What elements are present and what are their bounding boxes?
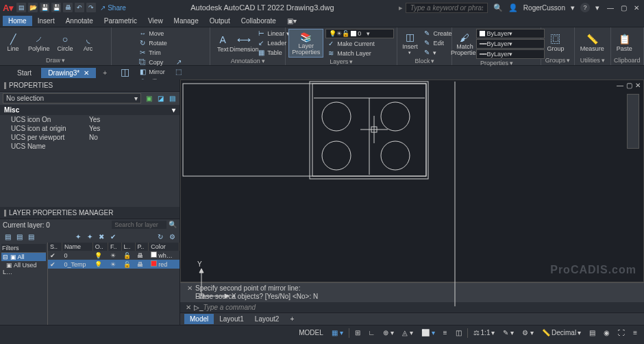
layer-properties-button[interactable]: 📚Layer Properties	[288, 29, 323, 58]
lpm-title[interactable]: LAYER PROPERTIES MANAGER	[0, 207, 179, 219]
lpm-states-icon[interactable]: ▤	[26, 232, 36, 241]
file-tab-0[interactable]: Start	[10, 68, 38, 78]
lpm-col-header[interactable]: Name	[62, 243, 93, 251]
modify-ext2-icon[interactable]: ⬚	[173, 67, 184, 76]
rotate-button[interactable]: ↻Rotate	[137, 38, 170, 47]
dimension-button[interactable]: ⟷Dimension	[234, 32, 253, 54]
match-layer-button[interactable]: ≋Match Layer	[325, 49, 394, 58]
match-properties-button[interactable]: 🖌Match Properties	[455, 30, 474, 58]
layout-tab-layout1[interactable]: Layout1	[214, 314, 249, 324]
status-transparency-icon[interactable]: ◫	[453, 328, 465, 337]
qat-new-icon[interactable]: ▤	[16, 3, 26, 12]
prop-row[interactable]: UCS icon at originYes	[0, 124, 179, 133]
menu-tab-parametric[interactable]: Parametric	[99, 16, 143, 26]
panel-title-properties[interactable]: Properties ▾	[455, 59, 538, 66]
status-scale-button[interactable]: ⚖ 1:1 ▾	[471, 328, 498, 337]
qat-redo-icon[interactable]: ↷	[86, 3, 96, 12]
modify-ext1-icon[interactable]: ↗	[173, 58, 184, 66]
lpm-current-icon[interactable]: ✔	[108, 232, 118, 241]
menu-tab-view[interactable]: View	[143, 16, 169, 26]
menu-dropdown-icon[interactable]: ▾	[595, 3, 599, 12]
panel-title-groups[interactable]: Groups ▾	[544, 56, 571, 64]
polyline-button[interactable]: ⟋Polyline	[25, 32, 53, 53]
properties-palette-title[interactable]: PROPERTIES	[0, 79, 179, 92]
status-polar-icon[interactable]: ⊕ ▾	[380, 328, 397, 337]
lpm-delete-icon[interactable]: ✖	[97, 232, 106, 241]
circle-button[interactable]: ○Circle	[55, 32, 76, 53]
file-tab-new[interactable]: +	[99, 68, 111, 78]
qat-undo-icon[interactable]: ↶	[75, 3, 84, 12]
panel-title-annotation[interactable]: Annotation ▾	[213, 57, 282, 64]
quick-select-icon[interactable]: ▣	[144, 94, 153, 103]
user-icon[interactable]: 👤	[508, 3, 518, 12]
qat-saveas-icon[interactable]: 💾	[51, 3, 61, 12]
lpm-settings-icon[interactable]: ⚙	[167, 232, 177, 241]
trim-button[interactable]: ✂Trim	[137, 48, 170, 57]
block-attr-button[interactable]: ✎▾	[421, 48, 453, 57]
lpm-col-header[interactable]: F..	[108, 243, 121, 251]
select-objects-icon[interactable]: ◪	[156, 94, 165, 103]
lpm-filter-item[interactable]: ⊟ ▣ All	[1, 253, 46, 261]
lpm-new-layer-icon[interactable]: ✦	[73, 232, 83, 241]
status-ortho-icon[interactable]: ∟	[366, 328, 378, 337]
menu-tab-collaborate[interactable]: Collaborate	[236, 16, 282, 26]
paste-button[interactable]: 📋Paste	[614, 32, 635, 53]
help-search-input[interactable]	[406, 3, 488, 13]
lpm-layer-row[interactable]: ✔0💡☀🔓🖶 wh…	[48, 251, 179, 260]
lpm-new-filter-icon[interactable]: ▤	[3, 232, 12, 241]
menu-tab-home[interactable]: Home	[3, 16, 32, 26]
mirror-button[interactable]: ◧Mirror	[137, 67, 170, 76]
layer-dropdown[interactable]: 💡☀🔓 0 ▾	[325, 29, 394, 38]
block-edit-button[interactable]: ✎Edit	[421, 38, 453, 47]
user-name[interactable]: RogerCusson	[523, 4, 565, 12]
lpm-col-header[interactable]: L..	[121, 243, 135, 251]
lineweight-dropdown[interactable]: ━━ ByLayer ▾	[476, 49, 545, 59]
window-restore-icon[interactable]: ▢	[619, 4, 629, 12]
prop-row[interactable]: UCS Name	[0, 142, 179, 151]
color-dropdown[interactable]: ByLayer ▾	[476, 29, 545, 38]
group-button[interactable]: ⿴Group	[544, 32, 567, 53]
lpm-search-input[interactable]	[112, 221, 166, 229]
qat-open-icon[interactable]: 📂	[28, 3, 38, 12]
properties-selection-dropdown[interactable]: No selection ▾	[3, 93, 141, 103]
lpm-filter-item[interactable]: ▣ All Used L…	[1, 261, 46, 276]
layout-tab-model[interactable]: Model	[184, 314, 214, 324]
status-gear-icon[interactable]: ⚙ ▾	[519, 328, 536, 337]
panel-title-block[interactable]: Block ▾	[400, 57, 449, 64]
status-model-button[interactable]: MODEL	[296, 328, 326, 337]
lpm-new-group-icon[interactable]: ▤	[14, 232, 24, 241]
layout-tab-layout2[interactable]: Layout2	[249, 314, 285, 324]
qat-save-icon[interactable]: 💾	[40, 3, 49, 12]
modify-shapes[interactable]: ◫	[114, 64, 135, 79]
ribbon-expand-icon[interactable]: ▣▾	[282, 16, 302, 26]
lpm-refresh-icon[interactable]: ↻	[156, 232, 165, 241]
properties-category-misc[interactable]: Misc▾	[0, 105, 179, 115]
viewport-close-icon[interactable]: ✕	[635, 82, 641, 89]
panel-title-draw[interactable]: Draw ▾	[3, 56, 108, 64]
make-current-button[interactable]: ✓Make Current	[325, 39, 394, 48]
window-close-icon[interactable]: ✕	[632, 4, 641, 12]
status-annoscale-icon[interactable]: ✎ ▾	[500, 328, 517, 337]
menu-tab-output[interactable]: Output	[204, 16, 236, 26]
lpm-col-header[interactable]: Color	[149, 243, 179, 251]
copy-button[interactable]: ⿻Copy	[137, 58, 170, 66]
menu-tab-annotate[interactable]: Annotate	[60, 16, 99, 26]
status-grid-icon[interactable]: ▦ ▾	[329, 328, 346, 337]
lpm-col-header[interactable]: O..	[92, 243, 108, 251]
panel-title-utilities[interactable]: Utilities ▾	[578, 56, 608, 64]
user-dropdown-icon[interactable]: ▾	[571, 3, 575, 12]
arc-button[interactable]: ◟Arc	[78, 32, 99, 53]
app-logo[interactable]: A▾	[3, 3, 14, 13]
menu-tab-insert[interactable]: Insert	[32, 16, 60, 26]
status-osnap-icon[interactable]: ⬜ ▾	[419, 328, 438, 337]
lpm-layer-row[interactable]: ✔0_Temp💡☀🔓🖶 red	[48, 260, 179, 269]
status-lineweight-icon[interactable]: ≡	[441, 328, 450, 337]
search-icon[interactable]: 🔍	[493, 3, 503, 12]
status-isolate-icon[interactable]: ◉	[601, 328, 612, 337]
line-button[interactable]: ╱Line	[3, 32, 23, 53]
status-isodraft-icon[interactable]: ◬ ▾	[399, 328, 416, 337]
layout-tab-new[interactable]: +	[284, 314, 299, 324]
prop-row[interactable]: UCS per viewportNo	[0, 133, 179, 142]
file-tab-1[interactable]: Drawing3* ✕	[41, 68, 96, 78]
move-button[interactable]: ↔Move	[137, 29, 170, 38]
